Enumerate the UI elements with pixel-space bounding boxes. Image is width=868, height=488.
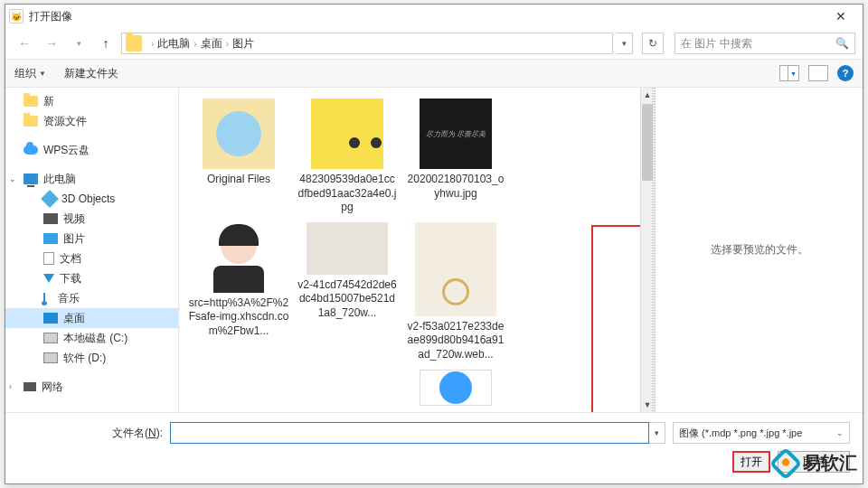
thumbnail (307, 222, 388, 275)
thumbnail (311, 99, 383, 169)
crumb-desktop[interactable]: 桌面 (201, 36, 222, 52)
nav-row: ← → ▾ ↑ › 此电脑 › 桌面 › 图片 ▾ ↻ 在 图片 中搜索 🔍 (5, 28, 863, 59)
file-name: v2-f53a0217e233deae899d80b9416a91ad_720w… (405, 320, 506, 362)
tree-item-desktop[interactable]: 桌面 (5, 308, 178, 328)
thumbnail (415, 222, 496, 316)
document-icon (43, 252, 54, 265)
help-icon[interactable]: ? (837, 65, 854, 81)
view-mode-button[interactable]: ▼ (779, 65, 799, 81)
chevron-right-icon: › (226, 39, 229, 49)
chevron-down-icon: ▼ (39, 70, 46, 78)
desktop-icon (43, 313, 58, 324)
file-grid[interactable]: Original Files 482309539da0e1ccdfbed91aa… (179, 88, 655, 412)
file-type-filter[interactable]: 图像 (*.mdp *.png *.jpg *.jpe⌄ (673, 422, 850, 444)
new-folder-button[interactable]: 新建文件夹 (64, 66, 118, 81)
file-name: 20200218070103_oyhwu.jpg (405, 173, 506, 201)
cloud-icon (24, 145, 38, 155)
dialog-body: 新 资源文件 WPS云盘 ⌄此电脑 3D Objects 视频 图片 文档 下载… (5, 88, 863, 412)
back-button[interactable]: ← (13, 32, 36, 55)
tree-item-wps-cloud[interactable]: WPS云盘 (5, 140, 178, 160)
forward-button: → (40, 32, 63, 55)
tree-item-resources[interactable]: 资源文件 (5, 111, 178, 131)
open-button[interactable]: 打开 (732, 451, 770, 473)
crumb-pc[interactable]: 此电脑 (157, 36, 190, 52)
chevron-right-icon: › (193, 39, 196, 49)
footer: 文件名(N): ▾ 图像 (*.mdp *.png *.jpg *.jpe⌄ 打… (5, 412, 863, 483)
tree-item-videos[interactable]: 视频 (5, 209, 178, 229)
file-name: 482309539da0e1ccdfbed91aac32a4e0.jpg (297, 173, 398, 215)
tree-item-disk-c[interactable]: 本地磁盘 (C:) (5, 328, 178, 348)
pc-icon (24, 174, 38, 184)
search-placeholder: 在 图片 中搜索 (681, 36, 752, 52)
folder-icon (126, 35, 142, 52)
cancel-button[interactable]: 取消 (778, 451, 850, 473)
video-icon (43, 213, 58, 224)
download-icon (43, 274, 54, 283)
tree-item-documents[interactable]: 文档 (5, 249, 178, 268)
file-name: v2-41cd74542d2de6dc4bd15007be521d1a8_720… (297, 278, 398, 321)
folder-icon (24, 116, 38, 127)
toolbar: 组织▼ 新建文件夹 ▼ ? (5, 59, 863, 88)
filename-history-dropdown[interactable]: ▾ (649, 422, 665, 444)
file-name: src=http%3A%2F%2Fsafe-img.xhscdn.com%2Fb… (188, 296, 289, 339)
refresh-button[interactable]: ↻ (642, 33, 664, 54)
disk-icon (43, 352, 58, 363)
recent-dropdown-icon[interactable]: ▾ (67, 32, 90, 55)
tree-item-this-pc[interactable]: ⌄此电脑 (5, 169, 178, 189)
tree-item-pictures[interactable]: 图片 (5, 229, 178, 249)
tree-item-new[interactable]: 新 (5, 91, 178, 111)
open-file-dialog: 🐱 打开图像 ✕ ← → ▾ ↑ › 此电脑 › 桌面 › 图片 ▾ ↻ 在 图… (5, 4, 863, 484)
file-item[interactable]: Original Files (184, 95, 293, 219)
crumb-pictures[interactable]: 图片 (232, 36, 254, 52)
breadcrumb[interactable]: › 此电脑 › 桌面 › 图片 (121, 33, 613, 54)
app-icon: 🐱 (9, 9, 24, 23)
file-item[interactable]: src=http%3A%2F%2Fsafe-img.xhscdn.com%2Fb… (184, 219, 293, 366)
3d-icon (41, 190, 59, 208)
preview-pane-button[interactable] (808, 65, 828, 81)
tree-item-downloads[interactable]: 下载 (5, 268, 178, 288)
window-title: 打开图像 (29, 9, 823, 24)
music-icon (43, 293, 52, 304)
file-item[interactable]: v2-41cd74542d2de6dc4bd15007be521d1a8_720… (293, 219, 401, 366)
tree-item-network[interactable]: ›网络 (5, 377, 178, 397)
folder-icon (24, 96, 38, 107)
thumbnail (420, 370, 492, 406)
network-icon (24, 382, 36, 391)
thumbnail (203, 222, 275, 293)
collapse-icon[interactable]: ⌄ (9, 174, 16, 183)
disk-icon (43, 333, 58, 343)
preview-empty-text: 选择要预览的文件。 (711, 242, 808, 258)
preview-pane: 选择要预览的文件。 (655, 88, 863, 412)
file-item[interactable]: 482309539da0e1ccdfbed91aac32a4e0.jpg (293, 95, 401, 219)
search-icon: 🔍 (835, 37, 849, 50)
tree-item-disk-d[interactable]: 软件 (D:) (5, 348, 178, 368)
close-button[interactable]: ✕ (823, 5, 859, 27)
organize-menu[interactable]: 组织▼ (14, 66, 46, 81)
file-item[interactable]: v2-f53a0217e233deae899d80b9416a91ad_720w… (401, 219, 510, 366)
nav-tree[interactable]: 新 资源文件 WPS云盘 ⌄此电脑 3D Objects 视频 图片 文档 下载… (5, 88, 179, 412)
chevron-down-icon: ⌄ (836, 428, 844, 437)
image-icon (43, 233, 58, 244)
filename-label: 文件名(N): (112, 426, 163, 441)
up-button[interactable]: ↑ (94, 32, 118, 55)
titlebar: 🐱 打开图像 ✕ (5, 5, 863, 28)
file-name: Original Files (207, 173, 270, 187)
file-item[interactable] (401, 366, 510, 412)
expand-icon[interactable]: › (9, 382, 12, 391)
search-input[interactable]: 在 图片 中搜索 🔍 (675, 33, 855, 54)
tree-item-music[interactable]: 音乐 (5, 288, 178, 308)
chevron-right-icon: › (151, 39, 154, 49)
tree-item-3d-objects[interactable]: 3D Objects (5, 189, 178, 209)
path-history-dropdown[interactable]: ▾ (617, 33, 633, 54)
filename-input[interactable] (170, 422, 649, 444)
file-item[interactable]: 尽力而为 尽善尽美 20200218070103_oyhwu.jpg (401, 95, 510, 219)
thumbnail: 尽力而为 尽善尽美 (420, 99, 492, 169)
thumbnail (203, 99, 275, 169)
